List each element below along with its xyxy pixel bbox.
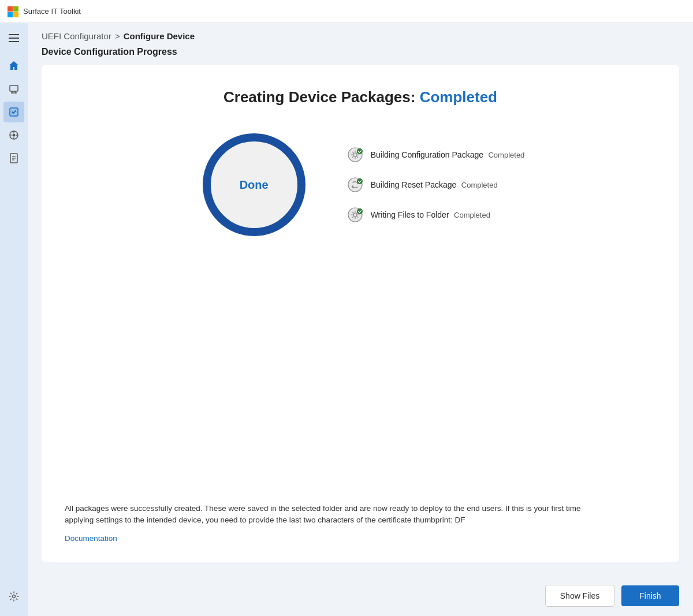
- sidebar-item-devices[interactable]: [3, 79, 24, 99]
- page-title: Device Configuration Progress: [42, 47, 679, 57]
- step-text-3: Writing Files to Folder Completed: [371, 210, 490, 220]
- sidebar: [0, 23, 28, 616]
- step-text-2: Building Reset Package Completed: [371, 180, 498, 190]
- documentation-link[interactable]: Documentation: [65, 534, 117, 543]
- finish-button[interactable]: Finish: [621, 585, 679, 606]
- svg-point-20: [13, 595, 16, 598]
- card-bottom: All packages were successfully created. …: [65, 503, 656, 544]
- svg-rect-4: [10, 85, 18, 91]
- content-area: UEFI Configurator > Configure Device Dev…: [28, 23, 693, 616]
- breadcrumb-current: Configure Device: [124, 31, 195, 41]
- gear-check-icon-3: [347, 207, 363, 223]
- progress-card: Creating Device Packages: Completed: [42, 65, 679, 562]
- step-icon-2: [346, 176, 364, 193]
- gear-check-icon-1: [347, 147, 363, 163]
- circle-label: Done: [240, 178, 269, 192]
- svg-point-24: [353, 153, 357, 156]
- svg-rect-0: [8, 6, 13, 12]
- heading-prefix: Creating Device Packages:: [223, 88, 420, 106]
- show-files-button[interactable]: Show Files: [545, 585, 614, 607]
- home-icon: [8, 60, 20, 72]
- sidebar-item-reports[interactable]: [3, 148, 24, 169]
- svg-point-30: [357, 208, 363, 214]
- step-icon-1: [346, 146, 364, 163]
- steps-list: Building Configuration Package Completed: [346, 146, 525, 223]
- sidebar-item-uefi[interactable]: [3, 102, 24, 122]
- devices-icon: [8, 83, 20, 95]
- breadcrumb-separator: >: [115, 31, 120, 41]
- progress-circle-container: Done: [196, 127, 312, 242]
- step-item-3: Writing Files to Folder Completed: [346, 206, 525, 223]
- main-panel: Device Configuration Progress Creating D…: [28, 47, 693, 576]
- settings-icon: [8, 591, 20, 602]
- card-heading: Creating Device Packages: Completed: [65, 88, 656, 106]
- sidebar-item-drivers[interactable]: [3, 125, 24, 145]
- sidebar-item-home[interactable]: [3, 55, 24, 76]
- progress-area: Done: [65, 127, 656, 242]
- svg-rect-1: [13, 6, 18, 12]
- svg-point-29: [353, 213, 357, 216]
- heading-status: Completed: [420, 88, 497, 106]
- reports-icon: [8, 152, 20, 164]
- sidebar-nav: [0, 55, 28, 169]
- svg-rect-2: [8, 12, 13, 17]
- footer: Show Files Finish: [28, 576, 693, 616]
- step-icon-3: [346, 206, 364, 223]
- titlebar: Surface IT Toolkit: [0, 0, 693, 23]
- step-status-1: Completed: [488, 151, 524, 159]
- step-status-3: Completed: [454, 211, 490, 219]
- app-logo: [7, 6, 18, 17]
- breadcrumb: UEFI Configurator > Configure Device: [28, 23, 693, 47]
- step-item-2: Building Reset Package Completed: [346, 176, 525, 193]
- svg-point-11: [13, 134, 16, 137]
- app-title: Surface IT Toolkit: [23, 7, 81, 16]
- uefi-icon: [8, 106, 20, 118]
- svg-rect-3: [13, 12, 18, 17]
- step-label-2: Building Reset Package: [371, 180, 457, 189]
- svg-point-25: [357, 148, 363, 154]
- step-item: Building Configuration Package Completed: [346, 146, 525, 163]
- step-label-1: Building Configuration Package: [371, 150, 483, 159]
- drivers-icon: [8, 129, 20, 141]
- card-content: Creating Device Packages: Completed: [65, 88, 656, 543]
- svg-point-27: [357, 178, 363, 184]
- sidebar-bottom: [3, 586, 24, 611]
- step-text-1: Building Configuration Package Completed: [371, 150, 525, 160]
- gear-check-icon-2: [347, 177, 363, 193]
- breadcrumb-parent[interactable]: UEFI Configurator: [42, 31, 111, 41]
- sidebar-item-settings[interactable]: [3, 586, 24, 607]
- description-text: All packages were successfully created. …: [65, 503, 608, 527]
- step-status-2: Completed: [461, 181, 498, 189]
- menu-button[interactable]: [3, 28, 24, 48]
- step-label-3: Writing Files to Folder: [371, 210, 449, 219]
